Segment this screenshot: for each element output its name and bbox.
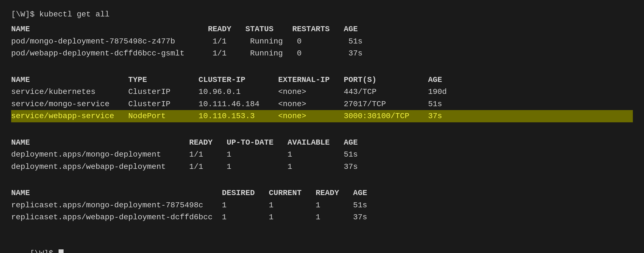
dep2-line: deployment.apps/webapp-deployment 1/1 1 … <box>11 161 633 173</box>
replicasets-header: NAME DESIRED CURRENT READY AGE <box>11 187 633 199</box>
deployments-header: NAME READY UP-TO-DATE AVAILABLE AGE <box>11 137 633 149</box>
cursor <box>59 249 64 253</box>
rs1-line: replicaset.apps/mongo-deployment-7875498… <box>11 199 633 211</box>
dep1-line: deployment.apps/mongo-deployment 1/1 1 1… <box>11 149 633 160</box>
svc3-highlighted-line: service/webapp-service NodePort 10.110.1… <box>11 110 633 122</box>
blank3 <box>11 173 633 185</box>
svc1-line: service/kubernetes ClusterIP 10.96.0.1 <… <box>11 86 633 98</box>
pod2-line: pod/webapp-deployment-dcffd6bcc-gsmlt 1/… <box>11 47 633 59</box>
final-prompt: [\W]$ <box>11 235 633 253</box>
blank4 <box>11 223 633 235</box>
rs2-line: replicaset.apps/webapp-deployment-dcffd6… <box>11 211 633 223</box>
blank1 <box>11 60 633 72</box>
pods-header: NAME READY STATUS RESTARTS AGE <box>11 23 633 35</box>
blank2 <box>11 122 633 134</box>
services-header: NAME TYPE CLUSTER-IP EXTERNAL-IP PORT(S)… <box>11 74 633 86</box>
terminal: [\W]$ kubectl get all NAME READY STATUS … <box>11 8 633 253</box>
prompt-text: [\W]$ <box>30 249 58 253</box>
svc2-line: service/mongo-service ClusterIP 10.111.4… <box>11 98 633 110</box>
command-line: [\W]$ kubectl get all <box>11 8 633 20</box>
pod1-line: pod/mongo-deployment-7875498c-z477b 1/1 … <box>11 35 633 47</box>
